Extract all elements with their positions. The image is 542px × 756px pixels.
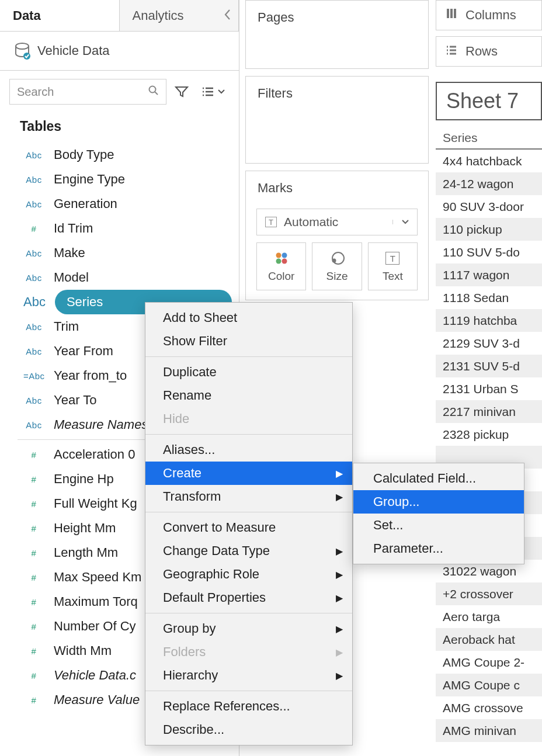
search-input[interactable]: Search bbox=[9, 79, 166, 105]
field-row[interactable]: AbcModel bbox=[0, 265, 232, 290]
number-type-icon: # bbox=[23, 695, 44, 705]
table-row[interactable]: AMG crossove bbox=[436, 696, 542, 719]
table-row[interactable]: 2328 pickup bbox=[436, 423, 542, 446]
collapse-pane-icon[interactable] bbox=[224, 8, 231, 23]
ctx-transform[interactable]: Transform ▶ bbox=[145, 485, 352, 508]
columns-icon bbox=[446, 8, 457, 23]
marks-text-button[interactable]: T Text bbox=[368, 242, 418, 290]
field-label: Vehicle Data.c bbox=[54, 668, 136, 683]
menu-separator bbox=[145, 434, 352, 435]
field-label: Model bbox=[54, 270, 89, 285]
field-label: Full Weight Kg bbox=[54, 496, 137, 511]
table-row[interactable]: 24-12 wagon bbox=[436, 172, 542, 195]
table-row[interactable]: 1118 Sedan bbox=[436, 286, 542, 309]
sheet-column-header[interactable]: Series bbox=[436, 129, 542, 150]
field-row[interactable]: AbcBody Type bbox=[0, 143, 232, 167]
table-row[interactable]: +2 crossover bbox=[436, 582, 542, 605]
marks-color-button[interactable]: Color bbox=[256, 242, 306, 290]
submenu-group[interactable]: Group... bbox=[353, 490, 524, 514]
submenu-arrow-icon: ▶ bbox=[336, 592, 343, 604]
pages-card[interactable]: Pages bbox=[245, 0, 429, 69]
svg-rect-16 bbox=[447, 9, 449, 18]
field-label: Engine Hp bbox=[54, 471, 114, 487]
table-row[interactable]: 90 SUV 3-door bbox=[436, 195, 542, 218]
table-row[interactable]: 110 pickup bbox=[436, 218, 542, 241]
ctx-aliases[interactable]: Aliases... bbox=[145, 438, 352, 462]
ctx-hierarchy[interactable]: Hierarchy ▶ bbox=[145, 664, 352, 687]
string-type-icon: Abc bbox=[23, 273, 44, 283]
pages-title: Pages bbox=[246, 1, 428, 34]
ctx-duplicate[interactable]: Duplicate bbox=[145, 360, 352, 384]
filters-card[interactable]: Filters bbox=[245, 76, 429, 164]
marks-type-dropdown[interactable]: T Automatic bbox=[256, 209, 418, 235]
marks-size-button[interactable]: Size bbox=[312, 242, 362, 290]
table-row[interactable]: 2129 SUV 3-d bbox=[436, 332, 542, 355]
field-label: Height Mm bbox=[54, 521, 116, 536]
field-row[interactable]: AbcGeneration bbox=[0, 192, 232, 216]
table-row[interactable]: 2217 minivan bbox=[436, 400, 542, 423]
svg-point-0 bbox=[16, 43, 29, 49]
view-options-button[interactable] bbox=[197, 82, 230, 101]
field-row[interactable]: #Id Trim bbox=[0, 216, 232, 241]
marks-text-label: Text bbox=[383, 270, 403, 283]
filter-fields-button[interactable] bbox=[172, 82, 191, 101]
field-label: Width Mm bbox=[54, 643, 112, 658]
rows-shelf[interactable]: Rows bbox=[436, 36, 542, 67]
field-label: Year To bbox=[54, 393, 96, 408]
field-label: Generation bbox=[54, 196, 117, 211]
ctx-describe[interactable]: Describe... bbox=[145, 718, 352, 741]
ctx-convert-to-measure[interactable]: Convert to Measure bbox=[145, 516, 352, 539]
datasource-name: Vehicle Data bbox=[37, 43, 110, 58]
table-row[interactable]: 2131 Urban S bbox=[436, 377, 542, 400]
datasource-row[interactable]: Vehicle Data bbox=[0, 32, 239, 71]
sheet-title[interactable]: Sheet 7 bbox=[436, 82, 542, 120]
rows-icon bbox=[446, 44, 457, 59]
ctx-replace-references[interactable]: Replace References... bbox=[145, 695, 352, 718]
string-type-icon: Abc bbox=[23, 175, 44, 185]
field-context-menu: Add to Sheet Show Filter Duplicate Renam… bbox=[145, 302, 353, 745]
table-row[interactable]: 1117 wagon bbox=[436, 263, 542, 286]
submenu-calculated-field[interactable]: Calculated Field... bbox=[353, 467, 524, 490]
table-row[interactable]: 4x4 hatchback bbox=[436, 150, 542, 172]
table-row[interactable]: AMG Coupe 2- bbox=[436, 651, 542, 674]
submenu-arrow-icon: ▶ bbox=[336, 670, 343, 681]
field-label: Length Mm bbox=[54, 545, 118, 560]
ctx-add-to-sheet[interactable]: Add to Sheet bbox=[145, 306, 352, 330]
field-label: Number Of Cy bbox=[54, 619, 136, 634]
ctx-group-by[interactable]: Group by ▶ bbox=[145, 617, 352, 640]
tables-heading: Tables bbox=[0, 110, 239, 143]
columns-label: Columns bbox=[465, 8, 516, 23]
field-label: Make bbox=[54, 245, 85, 261]
ctx-change-data-type[interactable]: Change Data Type ▶ bbox=[145, 539, 352, 563]
number-type-icon: # bbox=[23, 523, 44, 533]
tab-analytics[interactable]: Analytics bbox=[120, 0, 239, 31]
tab-analytics-label: Analytics bbox=[133, 8, 184, 23]
table-row[interactable]: 1119 hatchba bbox=[436, 309, 542, 332]
field-row[interactable]: AbcEngine Type bbox=[0, 167, 232, 192]
submenu-set[interactable]: Set... bbox=[353, 514, 524, 537]
color-icon bbox=[274, 250, 289, 266]
ctx-geographic-role[interactable]: Geographic Role ▶ bbox=[145, 563, 352, 586]
svg-point-11 bbox=[282, 253, 287, 258]
ctx-rename[interactable]: Rename bbox=[145, 384, 352, 407]
submenu-arrow-icon: ▶ bbox=[336, 468, 343, 479]
submenu-arrow-icon: ▶ bbox=[336, 623, 343, 634]
field-row[interactable]: AbcMake bbox=[0, 241, 232, 265]
table-row[interactable]: 110 SUV 5-do bbox=[436, 241, 542, 263]
submenu-parameter[interactable]: Parameter... bbox=[353, 537, 524, 560]
table-row[interactable]: AMG minivan bbox=[436, 719, 542, 742]
filters-title: Filters bbox=[246, 77, 428, 110]
table-row[interactable]: AMG Coupe c bbox=[436, 674, 542, 696]
table-row[interactable]: Aeroback hat bbox=[436, 628, 542, 651]
table-row[interactable]: 2131 SUV 5-d bbox=[436, 355, 542, 377]
tab-data[interactable]: Data bbox=[0, 0, 120, 31]
ctx-default-properties[interactable]: Default Properties ▶ bbox=[145, 586, 352, 609]
submenu-arrow-icon: ▶ bbox=[336, 647, 343, 658]
table-row[interactable]: Aero targa bbox=[436, 605, 542, 628]
ctx-show-filter[interactable]: Show Filter bbox=[145, 330, 352, 353]
columns-shelf[interactable]: Columns bbox=[436, 0, 542, 30]
field-label: Max Speed Km bbox=[54, 570, 141, 585]
ctx-create[interactable]: Create ▶ bbox=[145, 462, 352, 485]
field-label: Measure Value bbox=[54, 692, 140, 708]
number-type-icon: # bbox=[23, 622, 44, 632]
